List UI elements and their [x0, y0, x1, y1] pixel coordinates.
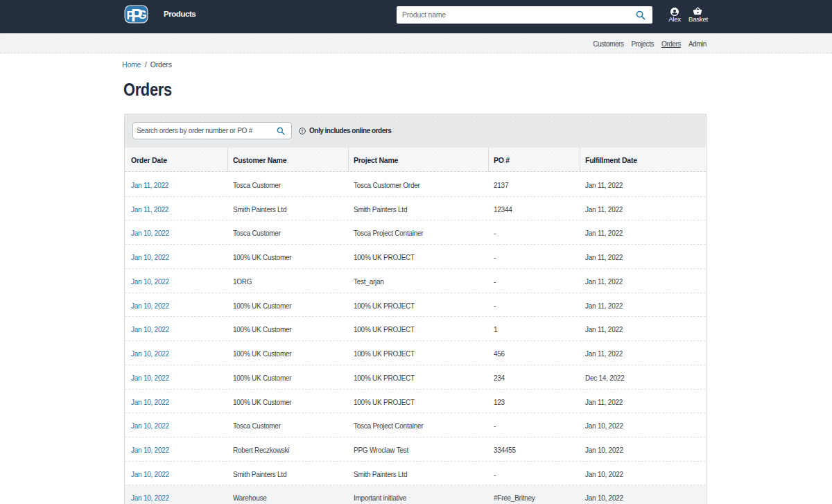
svg-text:G: G — [138, 9, 146, 21]
